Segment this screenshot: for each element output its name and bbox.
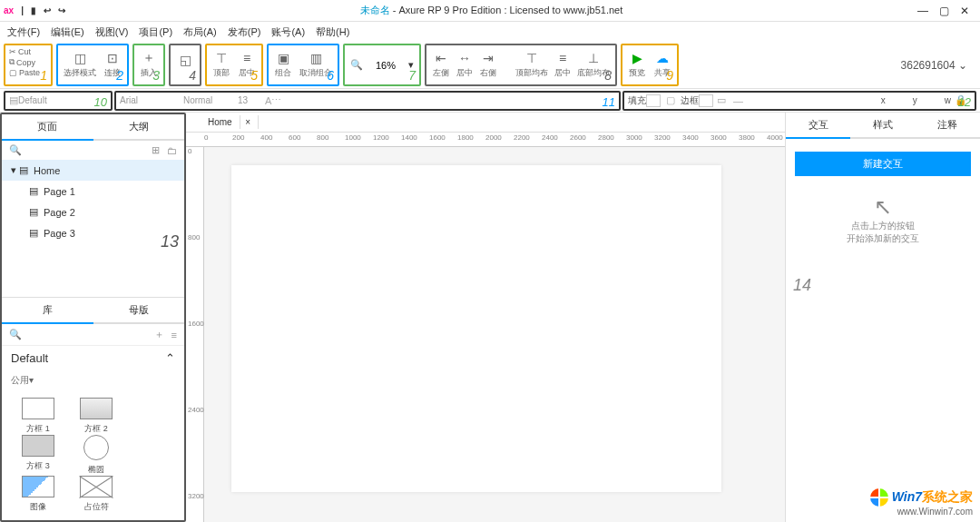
canvas-page-area[interactable] [204,147,785,522]
shape-rect3[interactable]: 方框 3 [9,435,67,476]
tab-outline[interactable]: 大纲 [93,114,185,139]
tree-node-page3[interactable]: ▤ Page 3 [2,222,184,243]
divider-icon: | [21,5,24,15]
align-top-button[interactable]: ⊤顶部 [212,51,230,79]
add-folder-icon[interactable]: 🗀 [167,145,177,156]
zoom-input[interactable] [368,60,403,71]
minimize-icon[interactable]: — [917,5,928,17]
tab-interactions[interactable]: 交互 [786,113,850,139]
font-select[interactable] [120,95,183,105]
toolbar: ✂ Cut ⧉ Copy ▢ Paste 1 ◫选择模式 ⊡连接 2 ＋插入 3… [0,42,980,89]
fill-label: 填充 [628,94,646,107]
group-align-dist: ⇤左侧 ↔居中 ⇥右侧 ⊤顶部均布 ≡居中 ⊥底部均布 8 [425,44,617,86]
annotation-6: 6 [327,68,334,83]
tab-style[interactable]: 样式 [850,113,915,137]
cut-button[interactable]: ✂ Cut [9,47,31,56]
preview-button[interactable]: ▶预览 [628,51,646,79]
new-interaction-button[interactable]: 新建交互 [795,152,971,176]
watermark: Win7系统之家 www.Winwin7.com [870,488,973,517]
annotation-5: 5 [250,68,258,83]
group-point: ◱ 4 [169,44,201,86]
close-icon[interactable]: ✕ [960,5,969,17]
dist-top-button[interactable]: ⊤顶部均布 [515,51,548,79]
pages-search-row: 🔍 ⊞ 🗀 [2,141,184,160]
size-input[interactable] [238,95,265,105]
library-category[interactable]: 公用▾ [2,370,184,390]
shape-image[interactable]: 图像 [9,476,67,513]
right-panel: 14 交互 样式 注释 新建交互 ↖ 点击上方的按钮 开始添加新的交互 [785,113,980,522]
ruler-horizontal: 0200400600800100012001400160018002000220… [186,133,785,147]
annotation-12: 12 [958,95,971,109]
app-logo-group: ax | ▮ ↩ ↪ [4,5,65,15]
group-style-name: ▤ 10 [4,91,113,111]
chevron-down-icon: ⌄ [958,59,967,72]
group-insert: ＋插入 3 [132,44,165,86]
paste-button[interactable]: ▢ Paste [9,68,40,77]
align-right-button[interactable]: ⇥右侧 [479,51,497,79]
border-style-icon[interactable]: — [733,95,743,106]
align-left-button[interactable]: ⇤左侧 [432,51,450,79]
page-sheet[interactable] [231,165,721,492]
shape-placeholder[interactable]: 占位符 [67,476,125,513]
style-select[interactable] [18,95,73,105]
add-page-icon[interactable]: ⊞ [152,144,160,156]
menu-help[interactable]: 帮助(H) [312,24,353,41]
group-align-v: ⊤顶部 ≡居中 5 [205,44,263,86]
copy-button[interactable]: ⧉ Copy [9,57,35,67]
group-zoom: 🔍 ▾ 7 [343,44,421,86]
y-label: y [913,95,917,105]
tab-library[interactable]: 库 [2,298,93,324]
annotation-11: 11 [603,95,615,109]
undo-icon[interactable]: ↩ [44,5,51,15]
border-colorwell[interactable] [699,94,713,107]
add-icon[interactable]: ＋ [154,328,164,341]
pages-tabs: 页面 大纲 [2,114,184,141]
fill-colorwell[interactable] [646,94,661,107]
tab-notes[interactable]: 注释 [916,113,980,137]
library-name[interactable]: Default⌃ [2,346,184,370]
shape-rect1[interactable]: 方框 1 [9,398,67,435]
tab-pages[interactable]: 页面 [2,114,93,141]
group-publish: ▶预览 ☁共享 9 [621,44,679,86]
account-button[interactable]: 362691604 ⌄ [892,44,976,86]
shape-rect2[interactable]: 方框 2 [67,398,125,435]
border-width-icon[interactable]: ▭ [717,94,726,106]
tab-masters[interactable]: 母版 [93,298,185,322]
shape-circle[interactable]: 椭圆 [67,435,125,476]
menu-account[interactable]: 账号(A) [268,24,309,41]
menu-icon[interactable]: ≡ [172,330,177,340]
tree-node-home[interactable]: ▾ ▤ Home [2,160,184,181]
search-icon[interactable]: 🔍 [9,144,22,156]
menu-layout[interactable]: 布局(A) [180,24,220,41]
group-button[interactable]: ▣组合 [274,51,292,79]
style-icon: ▤ [9,94,18,106]
menu-edit[interactable]: 编辑(E) [47,24,88,41]
annotation-4: 4 [189,68,196,83]
color-icon[interactable]: A [265,95,271,106]
maximize-icon[interactable]: ▢ [939,5,949,17]
left-panel: 13 页面 大纲 🔍 ⊞ 🗀 ▾ ▤ Home ▤ Page 1 ▤ Page … [0,113,186,522]
window-title: 未命名 - Axure RP 9 Pro Edition : Licensed … [65,4,917,17]
menu-file[interactable]: 文件(F) [4,24,44,41]
redo-icon[interactable]: ↪ [58,5,65,15]
search-icon[interactable]: 🔍 [9,329,22,340]
tree-node-page2[interactable]: ▤ Page 2 [2,202,184,222]
menu-publish[interactable]: 发布(P) [224,24,265,41]
tree-node-page1[interactable]: ▤ Page 1 [2,181,184,202]
shape-grid: 方框 1 方框 2 方框 3 椭圆 图像 占位符 [2,390,184,520]
windows-logo-icon [870,488,888,507]
select-mode-button[interactable]: ◫选择模式 [64,51,96,79]
page-tree: ▾ ▤ Home ▤ Page 1 ▤ Page 2 ▤ Page 3 [2,160,184,243]
menu-view[interactable]: 视图(V) [92,24,132,41]
group-font: A ⋯ 11 [114,91,621,111]
fill-type-icon[interactable]: ▢ [666,94,675,106]
align-center-button[interactable]: ↔居中 [456,51,474,79]
dist-mid-button[interactable]: ≡居中 [554,51,572,79]
menu-project[interactable]: 项目(P) [135,24,176,41]
save-icon[interactable]: ▮ [31,5,36,15]
stylebar: ▤ 10 A ⋯ 11 填充 ▢ 边框 ▭ — x y w 🔒 12 [0,89,980,113]
canvas-tab-home[interactable]: Home × [193,115,259,129]
cursor-icon: ↖ [786,194,980,220]
weight-select[interactable] [183,95,238,105]
more-icon[interactable]: ⋯ [271,94,281,106]
